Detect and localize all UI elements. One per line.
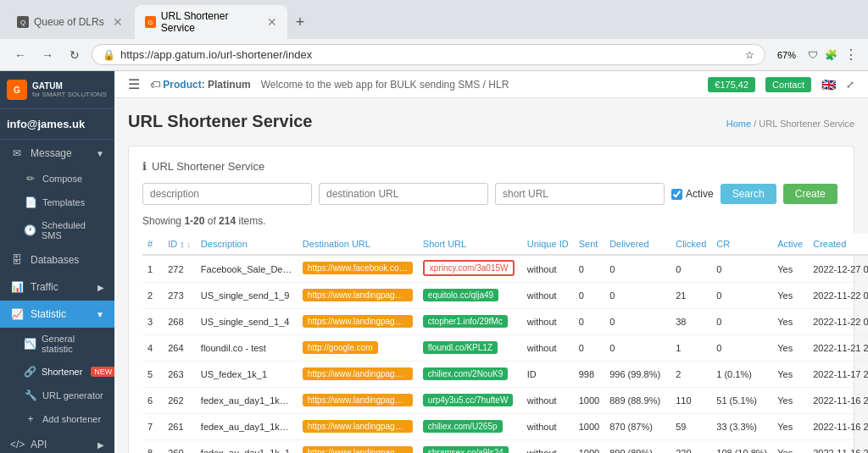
short-url-pill[interactable]: floundl.co/KPL1Z (423, 341, 498, 354)
cell-dest: http://google.com (298, 335, 418, 362)
sidebar-item-templates[interactable]: 📄 Templates (0, 191, 114, 214)
cell-active: Yes (772, 283, 808, 309)
breadcrumb-home[interactable]: Home (726, 119, 751, 129)
col-header-sent: Sent (574, 234, 604, 255)
active-checkbox-label[interactable]: Active (671, 188, 714, 200)
contact-button[interactable]: Contact (765, 77, 811, 92)
cell-created: 2022-11-16 22:22:14 (808, 388, 868, 414)
sidebar-item-compose[interactable]: ✏ Compose (0, 167, 114, 191)
cell-sent: 0 (574, 283, 604, 309)
sidebar-item-scheduled-sms[interactable]: 🕐 Scheduled SMS (0, 214, 114, 246)
url-gen-icon: 🔧 (24, 389, 37, 401)
cell-unique: without (522, 255, 574, 283)
cell-desc: fedex_au_day1_1k_1 (196, 440, 298, 454)
lock-icon: 🔒 (103, 49, 115, 61)
sidebar-item-shortener[interactable]: 🔗 Shortener NEW (0, 360, 114, 384)
language-flag[interactable]: 🇬🇧 (821, 78, 836, 91)
table-row: 3 268 US_single_send_1_4 https://www.lan… (142, 309, 868, 335)
data-table: # ID ↕ Description Destination URL Short… (142, 234, 868, 453)
hamburger-menu[interactable]: ☰ (128, 76, 140, 92)
cell-num: 8 (142, 440, 163, 454)
dest-url-pill[interactable]: https://www.facebook.com/se... (303, 262, 413, 274)
dest-url-pill[interactable]: http://google.com (303, 341, 378, 354)
tab-close-shortener[interactable]: ✕ (267, 15, 277, 29)
sidebar-item-message[interactable]: ✉ Message ▼ (0, 140, 114, 167)
sidebar-item-databases[interactable]: 🗄 Databases (0, 246, 114, 273)
cell-created: 2022-12-27 09:54:57 (808, 255, 868, 283)
cell-delivered: 0 (604, 309, 670, 335)
tab-queue-dlrs[interactable]: Q Queue of DLRs ✕ (7, 10, 133, 34)
dest-url-pill[interactable]: https://www.landingpageredi... (303, 289, 413, 301)
cell-dest: https://www.landingpageredi... (298, 388, 418, 414)
top-bar: ☰ 🏷 Product: Platinum Welcome to the web… (114, 71, 868, 98)
databases-icon: 🗄 (10, 254, 24, 266)
cell-active: Yes (772, 440, 808, 454)
cell-cr: 0 (711, 309, 772, 335)
nav-bar: ← → ↻ 🔒 https://app.gatum.io/url-shorten… (0, 39, 868, 70)
cell-delivered: 996 (99.8%) (604, 362, 670, 388)
cell-desc: fedex_au_day1_1k_2_3am (196, 414, 298, 440)
col-header-hash: # (142, 234, 163, 255)
dest-url-pill[interactable]: https://www.landingpageredi... (303, 394, 413, 406)
dest-url-pill[interactable]: https://www.landingpageredi... (303, 420, 413, 433)
expand-icon[interactable]: ⤢ (846, 79, 854, 91)
cell-unique: without (522, 440, 574, 454)
forward-button[interactable]: → (37, 45, 58, 65)
col-header-short-url: Short URL (418, 234, 522, 255)
cell-clicked: 110 (670, 388, 711, 414)
short-url-pill[interactable]: chiliex.com/2NouK9 (423, 367, 508, 380)
chevron-message: ▼ (96, 149, 104, 158)
url-display: https://app.gatum.io/url-shortener/index (120, 48, 740, 61)
short-url-input[interactable] (495, 183, 665, 205)
description-input[interactable] (142, 183, 312, 205)
cell-num: 6 (142, 388, 163, 414)
reload-button[interactable]: ↻ (64, 45, 85, 65)
new-tab-button[interactable]: + (289, 11, 312, 33)
cell-id: 262 (163, 388, 196, 414)
search-button[interactable]: Search (721, 184, 776, 204)
address-bar[interactable]: 🔒 https://app.gatum.io/url-shortener/ind… (92, 44, 765, 65)
cell-active: Yes (772, 388, 808, 414)
sidebar-item-url-generator[interactable]: 🔧 URL generator (0, 384, 114, 407)
cell-short: sbramsex.co/a9ls24 (418, 440, 522, 454)
col-header-clicked: Clicked (670, 234, 711, 255)
create-button[interactable]: Create (783, 184, 837, 204)
short-url-pill[interactable]: xprincy.com/3a015W (423, 260, 515, 276)
cell-cr: 0 (711, 283, 772, 309)
cell-clicked: 38 (670, 309, 711, 335)
showing-text: Showing 1-20 of 214 items. (142, 215, 840, 227)
cell-dest: https://www.landingpageredi... (298, 362, 418, 388)
short-url-pill[interactable]: chiliex.com/U265p (423, 420, 503, 433)
tab-close-queue[interactable]: ✕ (113, 15, 123, 29)
cell-id: 260 (163, 440, 196, 454)
dest-url-pill[interactable]: https://www.landingpageredi... (303, 367, 413, 380)
dest-url-pill[interactable]: https://www.landingpageredi... (303, 446, 413, 454)
short-url-pill[interactable]: sbramsex.co/a9ls24 (423, 446, 509, 454)
product-label: 🏷 Product: Platinum (150, 79, 251, 91)
sidebar-item-statistic[interactable]: 📈 Statistic ▼ (0, 301, 114, 328)
cell-active: Yes (772, 362, 808, 388)
cell-num: 7 (142, 414, 163, 440)
short-url-pill[interactable]: equitolo.cc/qlja49 (423, 289, 498, 301)
cell-desc: US_single_send_1_4 (196, 309, 298, 335)
sidebar-item-general-statistic[interactable]: 📉 General statistic (0, 328, 114, 360)
back-button[interactable]: ← (10, 45, 31, 65)
compose-icon: ✏ (24, 173, 37, 185)
destination-url-input[interactable] (319, 183, 488, 205)
sidebar-item-add-shortener[interactable]: + Add shortener (0, 407, 114, 431)
star-icon[interactable]: ☆ (745, 49, 754, 61)
table-row: 6 262 fedex_au_day1_1k_3_5am https://www… (142, 388, 868, 414)
sidebar-item-traffic[interactable]: 📊 Traffic ▶ (0, 273, 114, 301)
short-url-pill[interactable]: urp4y3u5.cc/7hufteW (423, 394, 514, 406)
cell-unique: without (522, 414, 574, 440)
cell-short: xprincy.com/3a015W (418, 255, 522, 283)
sidebar-item-api[interactable]: </> API ▶ (0, 431, 114, 453)
short-url-pill[interactable]: ctopher1.info/29fMc (423, 315, 508, 328)
cell-created: 2022-11-22 00:44:01 (808, 309, 868, 335)
menu-icon[interactable]: ⋮ (844, 47, 858, 63)
col-header-id[interactable]: ID ↕ (163, 234, 196, 255)
dest-url-pill[interactable]: https://www.landingpageredi... (303, 315, 413, 328)
tab-url-shortener[interactable]: G URL Shortener Service ✕ (135, 5, 287, 39)
cell-delivered: 890 (89%) (604, 440, 670, 454)
active-checkbox[interactable] (671, 189, 682, 200)
